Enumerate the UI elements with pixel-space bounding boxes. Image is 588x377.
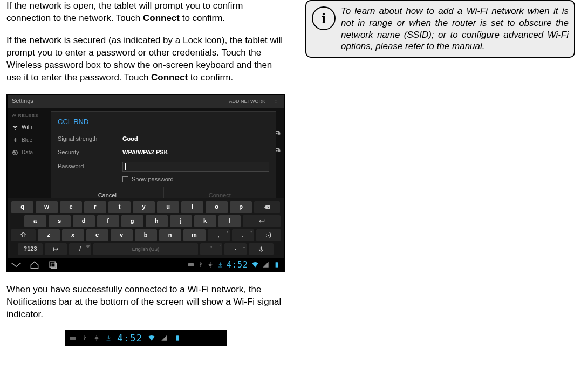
svg-rect-10 xyxy=(276,262,277,262)
svg-rect-3 xyxy=(278,148,279,149)
statusbar-zoom-screenshot: 4:52 xyxy=(65,330,227,346)
info-tip-box: i To learn about how to add a Wi-Fi netw… xyxy=(305,0,575,58)
svg-rect-5 xyxy=(50,262,55,267)
svg-point-8 xyxy=(209,263,211,266)
key-i[interactable]: i xyxy=(181,201,203,213)
paragraph-connected: When you have successfully connected to … xyxy=(6,284,285,321)
add-network-button[interactable]: ADD NETWORK xyxy=(229,98,266,105)
text: If the network is secured (as indicated … xyxy=(6,35,283,83)
nav-hide-keyboard-icon[interactable] xyxy=(11,261,22,269)
svg-rect-11 xyxy=(70,337,76,340)
key--[interactable]: - xyxy=(224,243,247,255)
onscreen-keyboard[interactable]: qwertyuiop asdfghjkl zxcvbnm,.:-) ?123/E… xyxy=(8,198,284,258)
key-e[interactable]: e xyxy=(60,201,82,213)
bold-connect: Connect xyxy=(143,13,180,23)
key-,[interactable]: , xyxy=(208,229,230,241)
key-o[interactable]: o xyxy=(206,201,228,213)
signal-label: Signal strength xyxy=(58,135,122,143)
key-n[interactable]: n xyxy=(159,229,181,241)
key-y[interactable]: y xyxy=(133,201,155,213)
key-b[interactable]: b xyxy=(135,229,157,241)
key-?123[interactable]: ?123 xyxy=(18,243,43,255)
key-r[interactable]: r xyxy=(84,201,106,213)
key-w[interactable]: w xyxy=(36,201,58,213)
clock: 4:52 xyxy=(227,259,248,270)
key-mic[interactable] xyxy=(249,243,274,255)
nav-home-icon[interactable] xyxy=(29,261,40,269)
signal-value: Good xyxy=(122,135,138,143)
bluetooth-icon xyxy=(12,137,18,143)
key-f[interactable]: f xyxy=(97,215,119,227)
key-tab[interactable] xyxy=(45,243,67,255)
checkbox-icon xyxy=(122,176,128,182)
sidebar-item-label: Blue xyxy=(22,136,32,144)
wifi-signal-icon xyxy=(148,334,155,342)
tip-text: To learn about how to add a Wi-Fi networ… xyxy=(341,5,569,52)
svg-rect-7 xyxy=(188,263,194,266)
svg-rect-1 xyxy=(278,131,279,132)
bold-connect: Connect xyxy=(151,72,188,83)
key-x[interactable]: x xyxy=(62,229,84,241)
key-shift[interactable] xyxy=(11,229,36,241)
keyboard-indicator-icon xyxy=(70,335,76,341)
key-enter[interactable] xyxy=(243,215,281,227)
debug-icon xyxy=(207,262,214,268)
key-l[interactable]: l xyxy=(218,215,241,227)
debug-icon xyxy=(93,335,100,341)
cancel-button[interactable]: Cancel xyxy=(51,187,163,198)
key-backspace[interactable] xyxy=(254,201,280,213)
cell-signal-icon xyxy=(262,261,270,269)
sidebar-item-label: Data xyxy=(22,149,33,156)
show-password-label: Show password xyxy=(132,175,174,183)
settings-actionbar: Settings ADD NETWORK ⋮ xyxy=(8,95,284,108)
svg-rect-6 xyxy=(51,263,57,268)
key-m[interactable]: m xyxy=(183,229,206,241)
clock: 4:52 xyxy=(117,332,142,345)
key-d[interactable]: d xyxy=(73,215,95,227)
nav-recents-icon[interactable] xyxy=(47,261,58,269)
download-icon xyxy=(217,262,223,268)
key-/[interactable]: / xyxy=(69,243,91,255)
key-u[interactable]: u xyxy=(157,201,179,213)
sidebar-item-label: WiFi xyxy=(22,124,32,131)
key-v[interactable]: v xyxy=(111,229,133,241)
dialog-title: CCL RND xyxy=(51,112,276,133)
key-p[interactable]: p xyxy=(230,201,252,213)
download-icon xyxy=(105,335,112,341)
battery-icon xyxy=(174,334,181,342)
info-icon: i xyxy=(312,6,336,30)
wifi-password-dialog: CCL RND Signal strength Good Security WP… xyxy=(51,111,276,198)
svg-point-12 xyxy=(95,337,98,340)
key-c[interactable]: c xyxy=(86,229,108,241)
password-input[interactable] xyxy=(122,162,269,172)
key-j[interactable]: j xyxy=(170,215,192,227)
overflow-menu-icon[interactable]: ⋮ xyxy=(273,97,279,105)
security-value: WPA/WPA2 PSK xyxy=(122,148,168,156)
keyboard-indicator-icon xyxy=(188,262,194,268)
key-'[interactable]: ' xyxy=(200,243,222,255)
battery-icon xyxy=(273,261,281,269)
key-k[interactable]: k xyxy=(194,215,216,227)
svg-rect-13 xyxy=(176,336,179,341)
key-.[interactable]: . xyxy=(232,229,254,241)
system-bar: 4:52 xyxy=(8,258,284,272)
security-label: Security xyxy=(58,148,122,156)
key-s[interactable]: s xyxy=(49,215,71,227)
wifi-signal-icon xyxy=(251,261,259,269)
show-password-checkbox[interactable]: Show password xyxy=(51,174,276,187)
key-space[interactable]: English (US) xyxy=(93,243,198,255)
key-t[interactable]: t xyxy=(108,201,131,213)
text: to confirm. xyxy=(188,72,233,83)
key-a[interactable]: a xyxy=(24,215,46,227)
key-z[interactable]: z xyxy=(38,229,60,241)
key-h[interactable]: h xyxy=(146,215,168,227)
key-q[interactable]: q xyxy=(11,201,33,213)
key-g[interactable]: g xyxy=(121,215,143,227)
svg-rect-14 xyxy=(177,335,178,336)
data-usage-icon xyxy=(12,149,18,156)
key-:-)[interactable]: :-) xyxy=(256,229,281,241)
cell-signal-icon xyxy=(161,334,168,342)
paragraph-secured-network: If the network is secured (as indicated … xyxy=(6,35,285,84)
connect-button[interactable]: Connect xyxy=(163,187,276,198)
paragraph-open-network: If the network is open, the tablet will … xyxy=(6,0,285,25)
